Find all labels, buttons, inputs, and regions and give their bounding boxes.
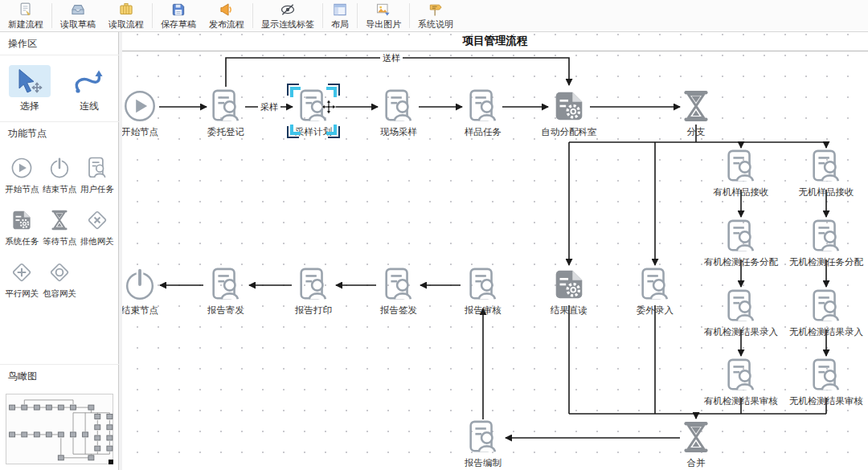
flow-node-label: 有机检测任务分配 — [704, 256, 778, 268]
flow-node-commission-register[interactable]: 委托登记 — [187, 86, 264, 138]
toolbar-button-new-flow[interactable]: 新建流程 — [2, 0, 50, 31]
user-node-icon — [637, 264, 674, 303]
minimap-resize-handle[interactable] — [108, 460, 113, 464]
palette-item-start[interactable]: 开始节点 — [3, 156, 41, 195]
user-node-icon — [207, 264, 244, 303]
flow-node-branch[interactable]: 分支 — [657, 86, 735, 138]
end-node-icon — [122, 264, 158, 303]
flow-node-merge[interactable]: 合并 — [657, 417, 735, 469]
flow-node-label: 无机检测结果录入 — [789, 326, 863, 338]
toolbar-separator — [252, 3, 253, 28]
toolbar-button-load-flow[interactable]: 读取流程 — [102, 0, 150, 31]
flow-node-inorganic-review[interactable]: 无机检测结果审核 — [788, 355, 865, 407]
palette-item-end[interactable]: 结束节点 — [41, 156, 79, 195]
flow-node-sample-task[interactable]: 样品任务 — [444, 86, 522, 138]
flow-node-report-review[interactable]: 报告审核 — [444, 264, 522, 317]
tool-label: 连线 — [80, 100, 99, 113]
flow-node-label: 委托登记 — [207, 126, 244, 138]
flow-node-label: 结果直读 — [551, 304, 588, 317]
flow-canvas[interactable]: 项目管理流程 开始节点委托登记采样计划现场采样样品任务自动分配科室分支有机样品接… — [122, 32, 868, 470]
flow-node-outsource-entry[interactable]: 委外录入 — [616, 264, 694, 317]
user-node-icon — [723, 216, 760, 255]
flow-node-label: 报告寄发 — [207, 304, 244, 317]
sidebar: 操作区 选择连线 功能节点 开始节点结束节点用户任务系统任务等待节点排他网关平行… — [0, 32, 122, 470]
flow-node-label: 自动分配科室 — [542, 126, 597, 138]
toolbar-button-export-image[interactable]: 导出图片 — [359, 0, 407, 31]
connect-line-icon — [68, 65, 110, 97]
user-node-icon — [723, 355, 760, 394]
flow-node-end[interactable]: 结束节点 — [122, 264, 178, 317]
flow-node-label: 报告审核 — [465, 304, 502, 317]
flow-node-label: 结束节点 — [122, 304, 158, 317]
flow-node-inorganic-assign[interactable]: 无机检测任务分配 — [788, 216, 865, 268]
toolbar-button-label: 布局 — [331, 18, 349, 31]
toolbar-button-label: 显示连线标签 — [261, 18, 314, 31]
minimap-view[interactable] — [6, 394, 113, 464]
flow-node-organic-entry[interactable]: 有机检测结果录入 — [702, 286, 780, 338]
toolbar-button-publish-flow[interactable]: 发布流程 — [203, 0, 251, 31]
flow-node-report-compile[interactable]: 报告编制 — [444, 417, 522, 469]
user-node-icon — [808, 355, 845, 394]
operations-section-header: 操作区 — [0, 32, 119, 55]
flow-node-auto-assign-dept[interactable]: 自动分配科室 — [530, 86, 608, 138]
show-edge-labels-icon — [279, 2, 297, 18]
flow-node-label: 样品任务 — [465, 126, 502, 138]
toolbar-button-label: 保存草稿 — [161, 18, 196, 31]
select-cursor-icon — [9, 65, 51, 97]
flow-node-label: 现场采样 — [380, 126, 417, 138]
palette-item-gateway-circle[interactable]: 包容网关 — [41, 260, 79, 300]
palette-item-gateway-x[interactable]: 排他网关 — [78, 208, 116, 247]
wait-node-icon — [678, 86, 714, 125]
palette-item-label: 系统任务 — [5, 236, 39, 247]
load-draft-icon — [70, 2, 86, 18]
palette-item-system[interactable]: 系统任务 — [3, 208, 41, 247]
palette-item-label: 包容网关 — [43, 288, 76, 300]
minimap-section: 鸟瞰图 — [0, 364, 119, 470]
user-node-icon — [723, 286, 760, 325]
wait-node-icon — [47, 208, 72, 234]
toolbar-button-system-help[interactable]: 系统说明 — [411, 0, 460, 31]
flow-node-label: 采样计划 — [295, 126, 332, 138]
flow-node-inorganic-entry[interactable]: 无机检测结果录入 — [788, 286, 865, 338]
toolbar-separator — [51, 3, 52, 28]
flow-node-result-direct-read[interactable]: 结果直读 — [530, 264, 608, 317]
flow-node-report-print[interactable]: 报告打印 — [275, 264, 352, 317]
palette-item-wait[interactable]: 等待节点 — [41, 208, 79, 247]
edge-label: 送样 — [380, 52, 403, 64]
flow-node-label: 有机检测结果录入 — [704, 326, 778, 338]
toolbar-button-layout[interactable]: 布局 — [325, 0, 355, 31]
save-draft-icon — [170, 2, 186, 18]
flow-node-label: 无机样品接收 — [799, 186, 854, 198]
flow-node-sampling-plan[interactable]: 采样计划 — [275, 86, 352, 138]
toolbar-button-load-draft[interactable]: 读取草稿 — [54, 0, 102, 31]
palette-item-gateway-plus[interactable]: 平行网关 — [3, 260, 41, 300]
toolbar-button-save-draft[interactable]: 保存草稿 — [154, 0, 203, 31]
flow-node-report-issue[interactable]: 报告签发 — [360, 264, 437, 317]
palette-item-label: 平行网关 — [5, 288, 39, 300]
user-node-icon — [808, 146, 845, 185]
minimap-section-header: 鸟瞰图 — [0, 364, 119, 387]
user-node-icon — [808, 286, 845, 325]
user-node-icon — [808, 216, 845, 255]
flow-node-label: 报告打印 — [295, 304, 332, 317]
load-flow-icon — [118, 2, 134, 18]
tool-select-tool[interactable]: 选择 — [9, 65, 51, 113]
tool-connect-tool[interactable]: 连线 — [68, 65, 110, 113]
toolbar-button-label: 系统说明 — [418, 18, 453, 31]
nodes-section-header: 功能节点 — [0, 122, 119, 145]
user-node-icon — [207, 86, 244, 125]
publish-flow-icon — [219, 2, 235, 18]
flow-node-report-dispatch[interactable]: 报告寄发 — [187, 264, 264, 317]
user-node-icon — [723, 146, 760, 185]
palette-item-user[interactable]: 用户任务 — [78, 156, 116, 195]
flow-node-start[interactable]: 开始节点 — [122, 86, 178, 138]
flow-node-label: 委外录入 — [637, 304, 674, 317]
flow-node-organic-review[interactable]: 有机检测结果审核 — [702, 355, 780, 407]
flow-node-organic-receive[interactable]: 有机样品接收 — [702, 146, 780, 198]
toolbar-button-label: 导出图片 — [366, 18, 401, 31]
flow-node-field-sampling[interactable]: 现场采样 — [360, 86, 437, 138]
flow-node-inorganic-receive[interactable]: 无机样品接收 — [788, 146, 865, 198]
toolbar-button-show-edge-labels[interactable]: 显示连线标签 — [255, 0, 321, 31]
flow-node-organic-assign[interactable]: 有机检测任务分配 — [702, 216, 780, 268]
system-node-icon — [10, 208, 34, 234]
